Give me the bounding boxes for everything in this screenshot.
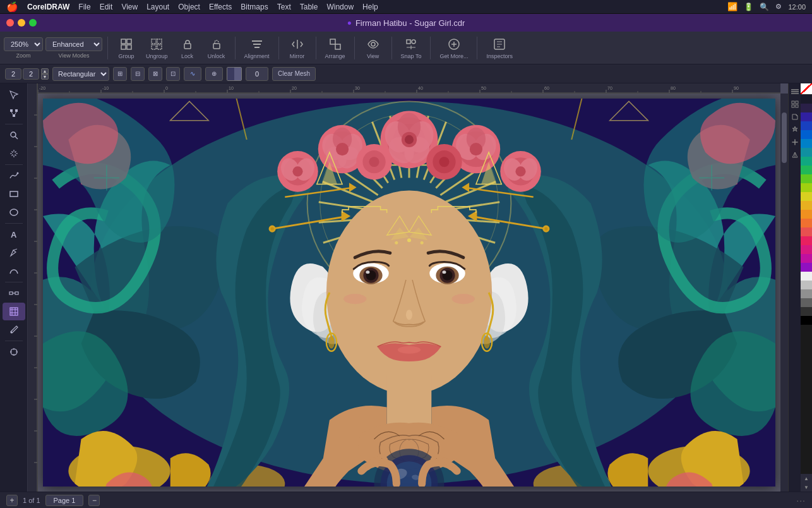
eyedropper-tool-btn[interactable] (3, 321, 25, 339)
menu-object[interactable]: Object (178, 3, 200, 11)
connector-tool-btn[interactable] (3, 284, 25, 302)
palette-scroll-up[interactable]: ▲ (801, 474, 812, 483)
close-button[interactable] (6, 19, 14, 27)
menu-edit[interactable]: Edit (100, 3, 113, 11)
color-swatch-3[interactable] (801, 112, 812, 121)
color-swatch-4[interactable] (801, 121, 812, 130)
remove-page-button[interactable]: − (88, 495, 100, 506)
color-swatch-11[interactable] (801, 183, 812, 192)
color-swatch-18[interactable] (801, 245, 812, 254)
color-swatch-17[interactable] (801, 236, 812, 245)
right-icon-6[interactable] (791, 150, 799, 159)
text-tool-btn[interactable]: A (3, 226, 25, 243)
color-swatch-5[interactable] (801, 130, 812, 139)
mesh-icon-btn-5[interactable]: ∿ (184, 67, 201, 81)
color-swatch-16[interactable] (801, 227, 812, 236)
ungroup-button[interactable]: Ungroup (142, 34, 172, 62)
zoom-tool-btn[interactable] (3, 126, 25, 144)
color-swatch-2[interactable] (801, 104, 812, 112)
apple-menu[interactable]: 🍎 (6, 1, 18, 13)
right-icon-3[interactable] (791, 112, 799, 121)
color-swatch-6[interactable] (801, 139, 812, 148)
menu-help[interactable]: Help (362, 3, 378, 11)
alignment-button[interactable]: Alignment (241, 34, 273, 62)
maximize-button[interactable] (29, 19, 37, 27)
status-options[interactable]: ··· (796, 495, 806, 505)
color-swatch-10[interactable] (801, 174, 812, 183)
color-swatch-1[interactable] (801, 95, 812, 104)
mesh-icon-btn-3[interactable]: ⊠ (148, 67, 162, 81)
zoom-select[interactable]: 250% 100% 75% 50% (4, 37, 43, 51)
mesh-num-input[interactable] (246, 67, 268, 81)
minimize-button[interactable] (18, 19, 25, 27)
vertical-scrollbar[interactable] (780, 94, 788, 492)
canvas-content[interactable] (38, 94, 780, 492)
color-swatch-20[interactable] (801, 263, 812, 272)
control-center-icon[interactable]: ⚙ (775, 3, 782, 11)
page-name-tab[interactable]: Page 1 (45, 495, 84, 506)
unlock-button[interactable]: Unlock (203, 34, 230, 62)
view-button[interactable]: View (360, 34, 386, 62)
group-button[interactable]: Group (113, 34, 140, 62)
lock-button[interactable]: Lock (174, 34, 201, 62)
canvas-area[interactable]: -20 -10 0 10 20 30 (28, 83, 788, 492)
color-swatch-7[interactable] (801, 148, 812, 157)
mesh-fill-tool-btn[interactable] (3, 303, 25, 320)
color-swatch-25[interactable] (801, 307, 812, 316)
mesh-icon-btn-4[interactable]: ⊡ (166, 67, 180, 81)
color-swatch-19[interactable] (801, 254, 812, 263)
menu-bitmaps[interactable]: Bitmaps (241, 3, 268, 11)
pen-tool-btn[interactable] (3, 244, 25, 262)
menu-window[interactable]: Window (326, 3, 354, 11)
freehand-tool-btn[interactable] (3, 167, 25, 184)
arrange-button[interactable]: Arrange (321, 34, 349, 62)
bezier-tool-btn[interactable] (3, 262, 25, 280)
color-swatch-23[interactable] (801, 289, 812, 298)
decrement-button[interactable]: ▼ (41, 74, 49, 80)
ellipse-tool-btn[interactable] (3, 203, 25, 221)
mesh-shape-select[interactable]: Rectangular Elliptical (52, 67, 109, 81)
menu-layout[interactable]: Layout (146, 3, 169, 11)
pan-tool-btn[interactable] (3, 145, 25, 162)
snap-to-button[interactable]: Snap To (397, 34, 426, 62)
color-swatch-21[interactable] (801, 272, 812, 281)
pick-tool-btn[interactable] (3, 86, 25, 104)
mesh-icon-btn-1[interactable]: ⊞ (113, 67, 127, 81)
color-swatch-8[interactable] (801, 157, 812, 166)
menu-text[interactable]: Text (277, 3, 291, 11)
search-icon[interactable]: 🔍 (760, 3, 769, 11)
menu-effects[interactable]: Effects (209, 3, 232, 11)
right-icon-2[interactable] (791, 100, 799, 109)
inspectors-button[interactable]: Inspectors (482, 34, 516, 62)
color-swatch-9[interactable] (801, 166, 812, 174)
node-tool-btn[interactable] (3, 104, 25, 122)
mesh-color-swatch[interactable] (227, 67, 242, 81)
status-dots[interactable]: ··· (796, 495, 806, 505)
right-icon-5[interactable] (791, 138, 799, 147)
view-mode-select[interactable]: Enhanced Normal Wireframe (45, 37, 102, 51)
right-icon-4[interactable] (791, 125, 799, 134)
scrollbar-thumb[interactable] (782, 112, 787, 163)
increment-button[interactable]: ▲ (41, 68, 49, 74)
mirror-button[interactable]: Mirror (284, 34, 311, 62)
palette-scroll-down[interactable]: ▼ (801, 483, 812, 492)
no-color-swatch[interactable] (801, 83, 812, 95)
mesh-icon-btn-6[interactable]: ⊕ (205, 67, 223, 81)
color-swatch-26[interactable] (801, 316, 812, 325)
clear-mesh-button[interactable]: Clear Mesh (272, 67, 316, 81)
color-swatch-22[interactable] (801, 281, 812, 289)
get-more-button[interactable]: Get More... (436, 34, 472, 62)
menu-view[interactable]: View (121, 3, 138, 11)
add-page-button[interactable]: + (6, 495, 18, 506)
color-swatch-14[interactable] (801, 210, 812, 219)
right-icon-1[interactable] (791, 87, 799, 96)
app-name-menu[interactable]: CorelDRAW (27, 3, 69, 11)
menu-file[interactable]: File (78, 3, 90, 11)
color-swatch-12[interactable] (801, 192, 812, 201)
rectangle-tool-btn[interactable] (3, 185, 25, 203)
menu-table[interactable]: Table (300, 3, 318, 11)
crosshair-tool-btn[interactable] (3, 343, 25, 361)
color-swatch-13[interactable] (801, 201, 812, 210)
artwork-container[interactable] (43, 99, 775, 487)
color-swatch-15[interactable] (801, 219, 812, 227)
